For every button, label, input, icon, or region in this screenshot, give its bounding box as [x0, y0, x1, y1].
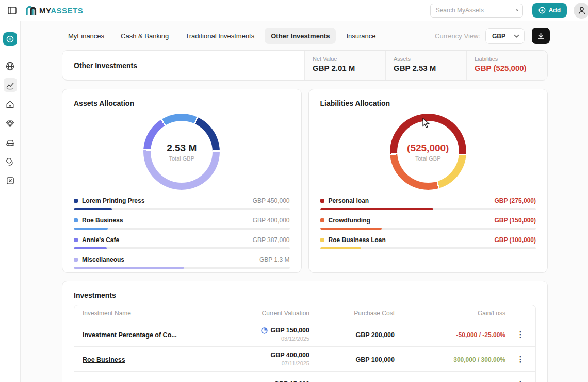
- legend-item-roe-business-loan[interactable]: Roe Business LoanGBP (100,000): [320, 236, 536, 249]
- column-header-purchase-cost: Purchase Cost: [309, 310, 395, 317]
- legend-color-dot: [320, 218, 324, 222]
- gem-icon[interactable]: [4, 117, 17, 130]
- tab-cash-banking[interactable]: Cash & Banking: [115, 28, 175, 44]
- currency-select[interactable]: GBP: [485, 28, 525, 44]
- logo-mark-icon: [25, 5, 37, 15]
- liabilities-donut-chart[interactable]: (525,000) Total GBP: [390, 114, 466, 190]
- app-logo[interactable]: MYASSETS: [25, 5, 83, 15]
- legend-progress-track: [74, 247, 290, 249]
- gain-loss: -50,000 / -25.00%: [456, 331, 505, 339]
- legend-color-dot: [74, 218, 78, 222]
- tab-myfinances[interactable]: MyFinances: [62, 28, 110, 44]
- user-avatar[interactable]: [574, 3, 588, 19]
- tab-toolbar: MyFinancesCash & BankingTraditional Inve…: [62, 28, 550, 44]
- investments-card: Investments Investment NameCurrent Valua…: [62, 281, 548, 382]
- row-menu-icon[interactable]: ⋮: [517, 355, 525, 363]
- legend-value: GBP 450,000: [253, 197, 290, 204]
- stat-value: GBP 2.01 M: [313, 63, 385, 72]
- stat-label: Liabilities: [475, 56, 547, 62]
- left-sidebar: [0, 21, 21, 382]
- legend-item-miscellaneous[interactable]: MiscellaneousGBP 1.3 M: [74, 256, 290, 269]
- assets-donut-chart[interactable]: 2.53 M Total GBP: [143, 114, 220, 190]
- chart-line-icon[interactable]: [4, 78, 17, 92]
- summary-title: Other Investments: [62, 51, 304, 80]
- purchase-cost: GBP 100,000: [355, 356, 395, 363]
- assets-allocation-card: Assets Allocation 2.53 M Total GBP Lorem…: [62, 89, 302, 273]
- investment-row: Investment Percentage of Co...GBP 150,00…: [74, 322, 535, 347]
- assets-allocation-title: Assets Allocation: [62, 89, 301, 107]
- stat-liabilities: LiabilitiesGBP (525,000): [466, 51, 547, 80]
- row-menu-icon[interactable]: ⋮: [517, 379, 525, 382]
- legend-progress-fill: [74, 228, 108, 230]
- sidebar-add-button[interactable]: [3, 32, 17, 46]
- legend-color-dot: [320, 199, 324, 203]
- search-input[interactable]: [436, 7, 516, 14]
- add-button[interactable]: Add: [532, 3, 567, 18]
- legend-label: Roe Business: [82, 217, 123, 224]
- investments-table-header: Investment NameCurrent ValuationPurchase…: [74, 305, 535, 322]
- legend-item-lorem-printing-press[interactable]: Lorem Printing PressGBP 450,000: [74, 197, 290, 210]
- tab-traditional-investments[interactable]: Traditional Investments: [179, 28, 260, 44]
- box-x-icon[interactable]: [4, 174, 17, 187]
- stat-label: Net Value: [313, 56, 385, 62]
- add-circle-icon: [538, 7, 546, 14]
- download-icon: [537, 32, 545, 40]
- legend-item-crowdfunding[interactable]: CrowdfundingGBP (150,000): [320, 217, 536, 230]
- legend-label: Personal loan: [329, 197, 369, 204]
- legend-value: GBP 387,000: [253, 236, 290, 244]
- legend-value: GBP (100,000): [495, 236, 536, 244]
- legend-label: Annie's Cafe: [82, 236, 119, 244]
- summary-card: Other Investments Net ValueGBP 2.01 MAss…: [62, 50, 548, 81]
- legend-progress-track: [74, 228, 290, 230]
- pending-valuation-icon: [261, 327, 268, 334]
- legend-item-personal-loan[interactable]: Personal loanGBP (275,000): [320, 197, 536, 210]
- legend-label: Lorem Printing Press: [82, 197, 144, 204]
- legend-color-dot: [320, 238, 324, 242]
- legend-color-dot: [74, 238, 78, 242]
- legend-color-dot: [74, 258, 78, 262]
- investment-name-link[interactable]: Investment Percentage of Co...: [83, 331, 177, 339]
- stat-net-value: Net ValueGBP 2.01 M: [304, 51, 385, 80]
- legend-progress-track: [320, 208, 536, 210]
- globe-icon[interactable]: [4, 59, 17, 73]
- add-button-label: Add: [549, 7, 561, 14]
- legend-progress-fill: [74, 267, 184, 269]
- purchase-cost: GBP 200,000: [355, 331, 395, 339]
- column-header-investment-name: Investment Name: [74, 310, 211, 317]
- liabilities-allocation-card: Liabilities Allocation (525,000) Total G…: [308, 89, 548, 273]
- current-valuation: GBP 150,000: [211, 327, 309, 334]
- main-content: MyFinancesCash & BankingTraditional Inve…: [21, 21, 588, 382]
- column-header-gain-loss: Gain/Loss: [395, 310, 505, 317]
- legend-progress-fill: [320, 208, 433, 210]
- coins-icon[interactable]: [4, 155, 17, 168]
- search-icon[interactable]: [516, 7, 518, 14]
- legend-progress-track: [320, 247, 536, 249]
- legend-progress-fill: [74, 208, 112, 210]
- investments-table: Investment NameCurrent ValuationPurchase…: [74, 305, 536, 382]
- legend-progress-track: [74, 267, 290, 269]
- row-menu-icon[interactable]: ⋮: [517, 330, 525, 339]
- legend-progress-fill: [320, 247, 362, 249]
- home-icon[interactable]: [4, 98, 17, 111]
- current-valuation: GBP 400,000: [211, 352, 309, 359]
- legend-item-roe-business[interactable]: Roe BusinessGBP 400,000: [74, 217, 290, 230]
- sidebar-toggle-icon[interactable]: [7, 5, 17, 15]
- liabilities-total-label: Total GBP: [415, 155, 441, 162]
- stat-value: GBP 2.53 M: [394, 63, 466, 72]
- person-icon: [578, 6, 586, 15]
- assets-total-label: Total GBP: [169, 155, 194, 162]
- download-button[interactable]: [532, 28, 550, 44]
- investment-name-link[interactable]: Roe Business: [83, 356, 125, 363]
- search-box: [430, 4, 523, 18]
- tab-other-investments[interactable]: Other Investments: [265, 28, 336, 44]
- investment-row: My Aunt's CellarGBP 15,000GBP 10,0005,00…: [74, 372, 535, 382]
- liabilities-allocation-title: Liabilities Allocation: [309, 89, 548, 107]
- stat-label: Assets: [394, 56, 466, 62]
- legend-item-annie-s-cafe[interactable]: Annie's CafeGBP 387,000: [74, 236, 290, 249]
- liabilities-total-value: (525,000): [407, 142, 449, 154]
- chevron-down-icon: [514, 34, 519, 38]
- legend-progress-fill: [74, 247, 107, 249]
- vehicle-icon[interactable]: [4, 136, 17, 149]
- legend-progress-track: [74, 208, 290, 210]
- tab-insurance[interactable]: Insurance: [340, 28, 382, 44]
